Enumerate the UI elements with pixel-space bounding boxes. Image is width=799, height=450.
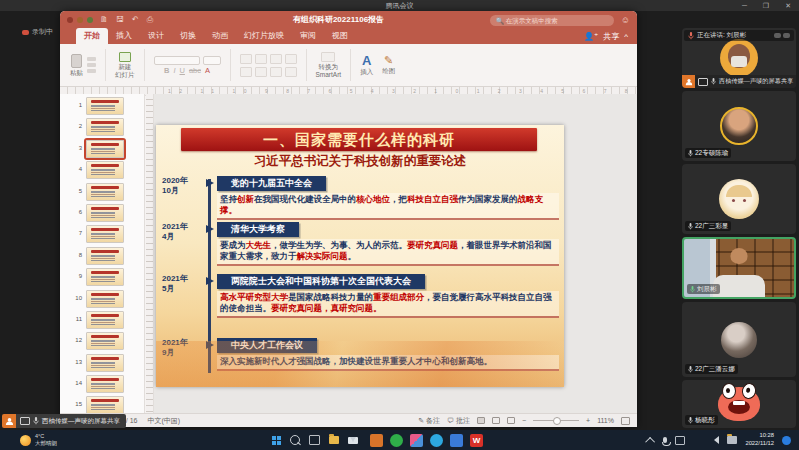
- share-document-button[interactable]: 👤⁺ 共享 ^: [584, 31, 628, 42]
- comments-button[interactable]: 🗩 批注: [447, 416, 470, 426]
- mail-icon[interactable]: [348, 437, 358, 444]
- volume-icon[interactable]: [710, 436, 719, 444]
- language-indicator[interactable]: 中文(中国): [147, 416, 180, 426]
- slide-thumbnail-10[interactable]: 10: [73, 290, 144, 308]
- green-app-icon[interactable]: [390, 434, 403, 447]
- slide-thumbnail-11[interactable]: 11: [73, 311, 144, 329]
- close-icon[interactable]: [67, 17, 73, 23]
- fit-slide-icon[interactable]: [621, 417, 630, 425]
- line-spacing-button[interactable]: [285, 54, 297, 64]
- tab-slideshow[interactable]: 幻灯片放映: [236, 28, 292, 44]
- normal-view-icon[interactable]: [477, 417, 485, 424]
- slideshow-view-icon[interactable]: [507, 417, 515, 424]
- strikethrough-button[interactable]: abc: [189, 66, 201, 75]
- minimize-icon[interactable]: [77, 17, 83, 23]
- format-painter-icon[interactable]: [87, 69, 96, 73]
- tab-animations[interactable]: 动画: [204, 28, 236, 44]
- indent-button[interactable]: [270, 54, 282, 64]
- tray-expand-icon[interactable]: [646, 436, 656, 446]
- photos-app-icon[interactable]: [410, 434, 423, 447]
- minimize-button[interactable]: ─: [742, 0, 747, 11]
- slide-canvas[interactable]: 一、国家需要什么样的科研 习近平总书记关于科技创新的重要论述 2020年10月 …: [154, 94, 637, 413]
- slide-thumbnail-8[interactable]: 8: [73, 247, 144, 265]
- slide-thumbnail-14[interactable]: 14: [73, 375, 144, 393]
- notification-badge[interactable]: [782, 436, 791, 445]
- bold-button[interactable]: B: [164, 66, 169, 75]
- align-left-button[interactable]: [240, 67, 252, 77]
- slide-thumbnail-12[interactable]: 12: [73, 332, 144, 350]
- font-family-select[interactable]: [154, 56, 200, 65]
- slide-thumbnail-13[interactable]: 13: [73, 354, 144, 372]
- participant-tile[interactable]: 杨晓彤: [682, 380, 796, 428]
- close-button[interactable]: ✕: [785, 0, 791, 11]
- zoom-slider-handle[interactable]: [553, 417, 561, 425]
- smartart-button[interactable]: 转换为SmartArt: [316, 52, 342, 78]
- bullets-button[interactable]: [240, 54, 252, 64]
- slide-thumbnail-1[interactable]: 1: [73, 97, 144, 115]
- notes-button[interactable]: ✎ 备注: [418, 416, 440, 426]
- cut-copy-format-buttons[interactable]: [87, 57, 96, 73]
- paste-button[interactable]: 粘贴: [70, 54, 83, 76]
- new-slide-button[interactable]: 新建幻灯片: [115, 52, 135, 78]
- maximize-button[interactable]: ❐: [763, 0, 769, 11]
- slide-thumbnail-6[interactable]: 6: [73, 204, 144, 222]
- store-app-icon[interactable]: [370, 434, 383, 447]
- participant-tile-speaking-video[interactable]: 刘晨彬: [682, 237, 796, 299]
- participant-tile[interactable]: 22专硕陈瑜: [682, 91, 796, 161]
- quick-access-icons[interactable]: 🗎🖫↶⎙: [100, 11, 153, 29]
- draw-button[interactable]: ✎ 绘图: [382, 55, 395, 74]
- settings-icon[interactable]: ☺: [621, 11, 630, 29]
- messaging-app-icon[interactable]: [430, 434, 443, 447]
- slide-thumbnail-2[interactable]: 2: [73, 118, 144, 136]
- tab-home[interactable]: 开始: [76, 28, 108, 44]
- numbering-button[interactable]: [255, 54, 267, 64]
- file-explorer-icon[interactable]: [329, 436, 339, 444]
- mac-traffic-lights[interactable]: [67, 17, 93, 23]
- insert-button[interactable]: A 插入: [360, 54, 373, 75]
- tab-review[interactable]: 审阅: [292, 28, 324, 44]
- tab-insert[interactable]: 插入: [108, 28, 140, 44]
- windows-start-button[interactable]: [272, 436, 281, 445]
- zoom-in-button[interactable]: +: [586, 417, 590, 424]
- zoom-slider[interactable]: [533, 420, 579, 421]
- screen-share-indicator[interactable]: 西柚传媒—声唛的屏幕共享: [2, 414, 126, 428]
- tray-mic-icon[interactable]: [663, 437, 667, 443]
- cut-icon[interactable]: [87, 57, 96, 61]
- slide-3[interactable]: 一、国家需要什么样的科研 习近平总书记关于科技创新的重要论述 2020年10月 …: [156, 125, 564, 387]
- participant-tile-sharer[interactable]: 正在讲话: 刘晨彬 西柚传媒—声唛的屏幕共享: [682, 28, 796, 88]
- taskbar-search-icon[interactable]: [290, 435, 300, 445]
- new-doc-icon[interactable]: 🗎: [100, 11, 108, 29]
- copy-icon[interactable]: [87, 63, 96, 67]
- print-icon[interactable]: ⎙: [147, 11, 153, 29]
- font-size-select[interactable]: [203, 56, 221, 65]
- wps-app-icon[interactable]: W: [470, 434, 483, 447]
- taskbar-clock[interactable]: 10:282022/11/12: [745, 432, 774, 447]
- font-color-button[interactable]: A: [205, 66, 210, 75]
- participant-tile[interactable]: 22广三潘云娜: [682, 302, 796, 377]
- zoom-icon[interactable]: [87, 17, 93, 23]
- zoom-out-button[interactable]: −: [522, 417, 526, 424]
- wifi-icon[interactable]: [693, 437, 702, 443]
- cloud-app-icon[interactable]: [450, 434, 463, 447]
- weather-widget[interactable]: 4°C大部晴朗: [20, 433, 57, 447]
- save-icon[interactable]: 🖫: [116, 11, 124, 29]
- align-right-button[interactable]: [270, 67, 282, 77]
- slide-thumbnail-3[interactable]: 3: [73, 140, 144, 158]
- slide-thumbnail-9[interactable]: 9: [73, 268, 144, 286]
- search-input[interactable]: 🔍 在演示文稿中搜索: [490, 15, 614, 26]
- slide-thumbnail-15[interactable]: 15: [73, 396, 144, 413]
- tab-design[interactable]: 设计: [140, 28, 172, 44]
- undo-icon[interactable]: ↶: [132, 11, 139, 29]
- tab-view[interactable]: 视图: [324, 28, 356, 44]
- participant-tile[interactable]: 22广三彩显: [682, 164, 796, 234]
- slide-thumbnail-7[interactable]: 7: [73, 225, 144, 243]
- task-view-icon[interactable]: [309, 435, 320, 445]
- slide-sorter-icon[interactable]: [492, 417, 500, 424]
- collapse-ribbon-icon[interactable]: ^: [624, 32, 628, 41]
- tray-folder-icon[interactable]: [727, 436, 737, 444]
- slide-thumbnail-panel[interactable]: 12345678910111213141516: [60, 94, 145, 413]
- slide-thumbnail-4[interactable]: 4: [73, 161, 144, 179]
- tray-app-icon[interactable]: [675, 436, 685, 445]
- italic-button[interactable]: I: [173, 66, 175, 75]
- justify-button[interactable]: [285, 67, 297, 77]
